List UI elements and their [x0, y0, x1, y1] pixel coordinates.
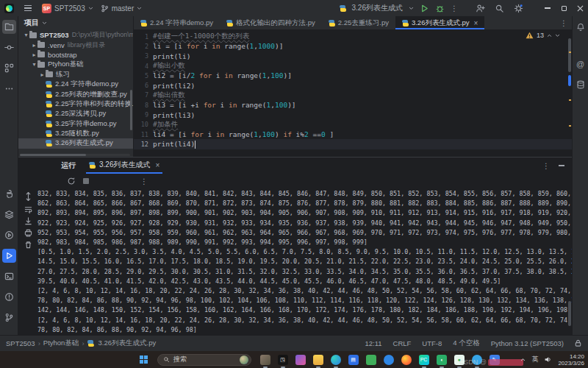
- editor-tab[interactable]: 格式化输出的四种方法.py: [220, 16, 322, 29]
- breadcrumb-item[interactable]: 3.26列表生成式.py: [98, 339, 157, 348]
- editor-tab[interactable]: 2.25去重练习.py: [322, 16, 395, 29]
- structure-tool-icon[interactable]: [2, 61, 16, 75]
- code-line[interactable]: 9print(li3): [134, 110, 572, 119]
- breadcrumb-item[interactable]: SPT2503: [6, 339, 35, 347]
- code-line[interactable]: 6print(li2): [134, 80, 572, 90]
- green-app[interactable]: [363, 352, 379, 368]
- rerun-button[interactable]: [67, 177, 76, 185]
- language-indicator[interactable]: 英: [531, 355, 538, 364]
- close-tab-icon[interactable]: ×: [474, 19, 478, 27]
- more-actions-icon[interactable]: ⋮: [451, 4, 458, 13]
- code-line[interactable]: 5li2 = [i/2 for i in range(1,100)]: [134, 71, 572, 80]
- hidden-icons-chevron[interactable]: [520, 358, 526, 361]
- line-number[interactable]: 12: [134, 141, 153, 148]
- run-tool-icon[interactable]: [2, 249, 16, 263]
- run-button[interactable]: [420, 4, 429, 13]
- breadcrumb-item[interactable]: Ptyhon基础: [43, 339, 79, 348]
- search-icon[interactable]: [495, 4, 504, 13]
- taskbar-search[interactable]: 搜索: [157, 354, 251, 366]
- code-line[interactable]: 7#输出倍数: [134, 91, 572, 100]
- line-number[interactable]: 11: [134, 131, 153, 138]
- git-tool-icon[interactable]: [2, 311, 16, 325]
- close-button[interactable]: [572, 0, 588, 16]
- tree-item[interactable]: ▾Ptyhon基础: [18, 60, 133, 69]
- readonly-lock-icon[interactable]: [574, 339, 582, 347]
- tree-item[interactable]: 2.25列表的增删改查.py: [18, 89, 133, 99]
- hide-panel-icon[interactable]: [559, 165, 564, 166]
- status-widget[interactable]: 4 个空格: [453, 339, 479, 348]
- capcut-app[interactable]: ◳: [275, 352, 290, 368]
- print-icon[interactable]: [24, 229, 32, 237]
- line-number[interactable]: 10: [134, 121, 153, 128]
- microsoft-store[interactable]: ▤: [345, 352, 361, 368]
- firefox-browser[interactable]: [398, 352, 414, 368]
- tree-item[interactable]: 3.25字符串demo.py: [18, 119, 133, 129]
- status-widget[interactable]: 12:11: [365, 339, 381, 347]
- vcs-branch-widget[interactable]: master: [101, 4, 143, 13]
- code-line[interactable]: 8li3 = [i +i for i in range(1,100)]: [134, 100, 572, 110]
- status-widget[interactable]: CRLF: [393, 339, 412, 347]
- tab-options-icon[interactable]: ⋮: [560, 19, 567, 27]
- start-button[interactable]: [135, 352, 151, 368]
- stop-button[interactable]: [83, 178, 89, 184]
- scroll-up-down-icon[interactable]: [24, 191, 32, 202]
- media-app[interactable]: [293, 352, 308, 368]
- terminal-tool-icon[interactable]: [2, 269, 16, 283]
- tree-item[interactable]: 2.25深浅拷贝.py: [18, 109, 133, 118]
- line-number[interactable]: 4: [134, 63, 153, 70]
- run-anything-tool-icon[interactable]: [2, 228, 16, 242]
- debug-button[interactable]: [435, 4, 445, 13]
- ai-assistant-icon[interactable]: @: [573, 57, 587, 71]
- tree-item[interactable]: ▸bootstrap: [18, 50, 133, 60]
- scroll-to-end-icon[interactable]: [24, 217, 32, 225]
- services-layers-tool-icon[interactable]: [2, 208, 16, 222]
- code-line[interactable]: 1#创建一个1-10000个数的列表: [134, 32, 572, 41]
- blue-chat-app[interactable]: [469, 352, 484, 368]
- run-tab[interactable]: 3.26列表生成式 ×: [86, 158, 162, 174]
- tree-item[interactable]: 2.24 字符串demo.py: [18, 79, 133, 89]
- line-number[interactable]: 1: [134, 33, 153, 40]
- close-run-tab-icon[interactable]: ×: [155, 161, 159, 169]
- status-widget[interactable]: UTF-8: [422, 339, 442, 347]
- settings-gear-icon[interactable]: [514, 4, 523, 13]
- code-line[interactable]: 2li = [i for i in range(1,1000)]: [134, 41, 572, 51]
- tree-item[interactable]: 3.26列表生成式.py: [18, 138, 133, 148]
- soft-wrap-icon[interactable]: [24, 205, 32, 213]
- horizontal-scrollbar[interactable]: [20, 154, 130, 156]
- maximize-button[interactable]: [556, 0, 572, 16]
- editor-scrollbar[interactable]: [567, 29, 571, 157]
- chevron-down-icon[interactable]: [555, 34, 560, 38]
- tree-item[interactable]: 2.25字符串和列表的转换.py: [18, 99, 133, 109]
- notifications-bell-icon[interactable]: [573, 20, 587, 34]
- line-number[interactable]: 2: [134, 43, 153, 50]
- code-line[interactable]: 4#输出小数: [134, 61, 572, 71]
- code-with-me-icon[interactable]: [476, 4, 485, 13]
- tree-item[interactable]: ▸.venvlibrary根目录: [18, 40, 133, 49]
- editor-tab[interactable]: 2.24 字符串demo.py: [134, 16, 220, 29]
- code-line[interactable]: 11li4 = [i for i in range(1,100) if i%2 …: [134, 130, 572, 139]
- line-number[interactable]: 7: [134, 91, 153, 99]
- commit-tool-icon[interactable]: [2, 40, 16, 54]
- edge-browser[interactable]: [328, 352, 343, 368]
- main-menu-icon[interactable]: [21, 5, 35, 11]
- problems-tool-icon[interactable]: [2, 290, 16, 304]
- status-widget[interactable]: Python 3.12 (SPT2503): [491, 339, 564, 347]
- python-packages-tool-icon[interactable]: [2, 187, 16, 201]
- tree-item[interactable]: ▾SPT2503D:\pyx\项目\python\myflask: [18, 30, 133, 40]
- more-tools-icon[interactable]: [2, 82, 16, 96]
- project-tool-icon[interactable]: [2, 20, 16, 34]
- breadcrumb[interactable]: SPT2503›Ptyhon基础›3.26列表生成式.py: [6, 339, 156, 348]
- line-number[interactable]: 3: [134, 52, 153, 60]
- chevron-up-icon[interactable]: [547, 34, 552, 38]
- photos-app[interactable]: [257, 352, 273, 368]
- run-configuration[interactable]: 3.26列表生成式: [352, 3, 403, 13]
- line-number[interactable]: 8: [134, 102, 153, 109]
- project-widget[interactable]: SP SPT2503: [42, 4, 93, 13]
- minimize-button[interactable]: [539, 0, 556, 16]
- console-scrollbar[interactable]: [568, 301, 571, 326]
- run-more-icon[interactable]: ⋮: [140, 177, 148, 185]
- file-explorer[interactable]: [310, 352, 326, 368]
- line-number[interactable]: 9: [134, 111, 153, 118]
- wechat-app[interactable]: ◖: [434, 352, 449, 368]
- line-number[interactable]: 5: [134, 72, 153, 79]
